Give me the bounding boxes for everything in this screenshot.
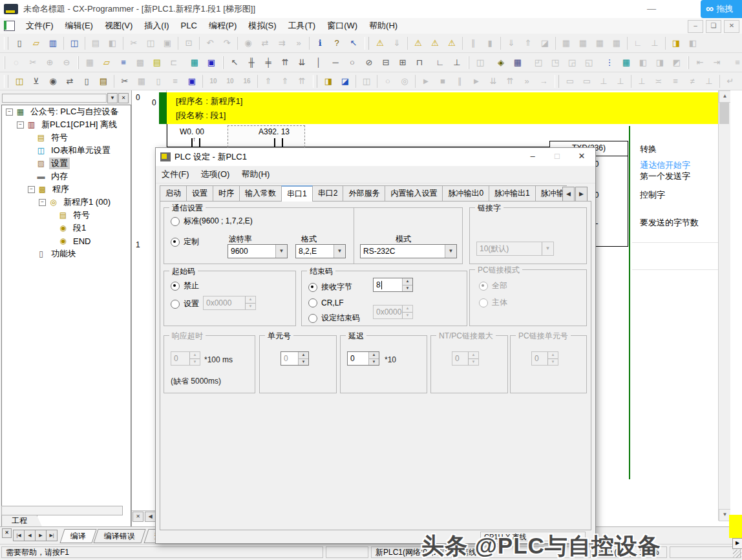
return-corner-button[interactable]: ↵ — [723, 74, 738, 89]
chevron-down-icon[interactable]: ▼ — [334, 245, 345, 258]
splitter-close-button[interactable]: ✕ — [132, 512, 143, 522]
tree-item[interactable]: ▨设置 — [2, 157, 131, 170]
replace-button[interactable]: ⇄ — [257, 36, 273, 51]
start-set-radio-row[interactable]: 设置 — [171, 298, 199, 309]
toolbar-grip[interactable] — [4, 56, 5, 69]
save-button[interactable]: ▥ — [45, 36, 61, 51]
block-list-button[interactable]: ⋮ — [602, 55, 617, 70]
tree-item[interactable]: ◉END — [2, 234, 131, 247]
dialog-tab-2[interactable]: 时序 — [213, 185, 240, 202]
zoom-cut-button[interactable]: ✂ — [25, 55, 41, 70]
new-file-button[interactable]: ▯ — [12, 36, 27, 51]
menu-item-4[interactable]: PLC — [175, 19, 203, 33]
toolbar-grip[interactable] — [78, 56, 79, 69]
undo-button[interactable]: ↶ — [202, 36, 218, 51]
build-button[interactable]: ⊻ — [28, 74, 44, 89]
transfer-from-plc-button[interactable]: ⇑ — [520, 36, 536, 51]
tree-item[interactable]: ◉段1 — [2, 222, 131, 234]
list-normal-button[interactable]: ≡ — [730, 55, 742, 70]
io-monitor-b-button[interactable]: ▭ — [579, 74, 595, 89]
step-button[interactable]: ► — [469, 74, 484, 89]
tree-item[interactable]: −◎新程序1 (00) — [2, 196, 131, 209]
monitor-window-3-button[interactable]: ▦ — [592, 36, 608, 51]
find-in-project-button[interactable]: ◫ — [67, 36, 82, 51]
io-comment-button[interactable]: ◫ — [472, 55, 488, 70]
reset-coil-button[interactable]: ⊞ — [395, 55, 410, 70]
minimize-button[interactable]: — — [637, 0, 666, 18]
spin-up-icon[interactable]: ▲ — [403, 278, 412, 285]
toggle-project-window-button[interactable]: ◫ — [12, 74, 27, 89]
custom-radio-row[interactable]: 定制 — [171, 236, 199, 247]
menu-item-1[interactable]: 编辑(E) — [59, 19, 99, 33]
monitor-window-4-button[interactable]: ▦ — [609, 36, 624, 51]
online-edit-button[interactable]: ◪ — [337, 74, 353, 89]
mode-select[interactable]: RS-232C ▼ — [360, 244, 457, 258]
dialog-tab-8[interactable]: 脉冲输出0 — [442, 185, 489, 202]
tree-item[interactable]: ▤符号 — [2, 209, 131, 222]
scrollbar-thumb[interactable] — [719, 102, 729, 124]
binary-view-button[interactable]: ▣ — [184, 74, 200, 89]
window-z-button[interactable]: ◧ — [635, 55, 651, 70]
paste-rung-button[interactable]: ⊡ — [181, 36, 196, 51]
protect-lock-button[interactable]: ◨ — [668, 36, 684, 51]
output-nav-button-3[interactable]: ▶| — [46, 530, 58, 541]
spin-down-icon[interactable]: ▼ — [403, 285, 412, 292]
output-close-button[interactable]: ✕ — [2, 528, 12, 538]
custom-radio[interactable] — [171, 238, 180, 247]
menu-item-3[interactable]: 插入(I) — [138, 19, 175, 33]
tree-horizontal-scrollbar[interactable] — [1, 506, 123, 515]
find-window-button[interactable]: ◉ — [45, 74, 61, 89]
menu-item-0[interactable]: 文件(F) — [20, 19, 59, 33]
mdi-restore-button[interactable]: ❏ — [706, 20, 721, 33]
end-crlf-radio-row[interactable]: CR,LF — [308, 298, 344, 307]
swap-window-button[interactable]: ⇄ — [62, 74, 78, 89]
panel-close-button[interactable]: ✕ — [118, 93, 129, 103]
io-monitor-c-button[interactable]: ⊥ — [596, 74, 611, 89]
zoom-in-button[interactable]: ⊕ — [42, 55, 58, 70]
print-button[interactable]: ▤ — [88, 36, 103, 51]
end-recv-radio-row[interactable]: 接收字节 — [308, 282, 352, 293]
force-cancel-button[interactable]: ⇈ — [294, 74, 310, 89]
scroll-up-button[interactable]: ▲ — [719, 90, 730, 103]
tree-toggle-button[interactable]: ⊏ — [166, 55, 182, 70]
pause-hand-button[interactable]: ○ — [380, 74, 396, 89]
pulse-monitor-button[interactable]: ⊥ — [647, 36, 662, 51]
standard-radio-row[interactable]: 标准(9600 ; 1,7,2,E) — [171, 216, 253, 227]
dialog-tab-4[interactable]: 串口1 — [281, 185, 313, 202]
symbol-table-button[interactable]: ▦ — [187, 55, 202, 70]
coil-button[interactable]: ○ — [344, 55, 360, 70]
print-preview-button[interactable]: ◧ — [105, 36, 120, 51]
zoom-region-button[interactable]: ◌ — [8, 55, 24, 70]
scroll-right-button[interactable]: ▶ — [732, 538, 742, 549]
menu-item-2[interactable]: 视图(V) — [99, 19, 138, 33]
tree-expander-icon[interactable]: − — [17, 121, 24, 129]
toolbar-grip[interactable] — [4, 37, 8, 50]
protect-unlock-button[interactable]: ◧ — [685, 36, 701, 51]
timer-b-button[interactable]: ≍ — [651, 74, 666, 89]
received-bytes-spinner[interactable]: 8 ▲▼ — [373, 278, 413, 292]
run-to-end-button[interactable]: → — [536, 74, 551, 89]
tab-scroll-right-button[interactable]: ▶ — [575, 187, 588, 202]
dialog-tab-5[interactable]: 串口2 — [312, 185, 344, 202]
timer-c-button[interactable]: ≡ — [668, 74, 683, 89]
dialog-close-button[interactable]: ✕ — [569, 148, 594, 165]
spin-down-icon[interactable]: ▼ — [299, 358, 308, 366]
dialog-minimize-button[interactable]: – — [520, 148, 545, 165]
end-set-radio-row[interactable]: 设定结束码 — [308, 313, 360, 324]
spin-up-icon[interactable]: ▲ — [299, 352, 308, 358]
window-check-button[interactable]: ◩ — [669, 55, 684, 70]
netdisk-badge[interactable]: ∞ 拖拽 — [701, 0, 742, 18]
start-disable-radio[interactable] — [171, 282, 180, 291]
toolbar-grip[interactable] — [222, 56, 224, 69]
toolbar-grip[interactable] — [688, 56, 689, 69]
menu-item-8[interactable]: 窗口(W) — [321, 19, 363, 33]
find-button[interactable]: ◉ — [240, 36, 256, 51]
rung-highlight-button[interactable]: ▤ — [149, 55, 165, 70]
hex-16-button[interactable]: 16 — [239, 74, 255, 89]
send-changes-button[interactable]: ◫ — [359, 74, 374, 89]
coil-not-button[interactable]: ⊘ — [361, 55, 377, 70]
chevron-down-icon[interactable]: ▼ — [445, 245, 456, 258]
toolbar-grip[interactable] — [468, 56, 469, 69]
panel-drag-handle[interactable] — [2, 94, 107, 103]
output-tab-1[interactable]: 编译错误 — [93, 529, 145, 543]
